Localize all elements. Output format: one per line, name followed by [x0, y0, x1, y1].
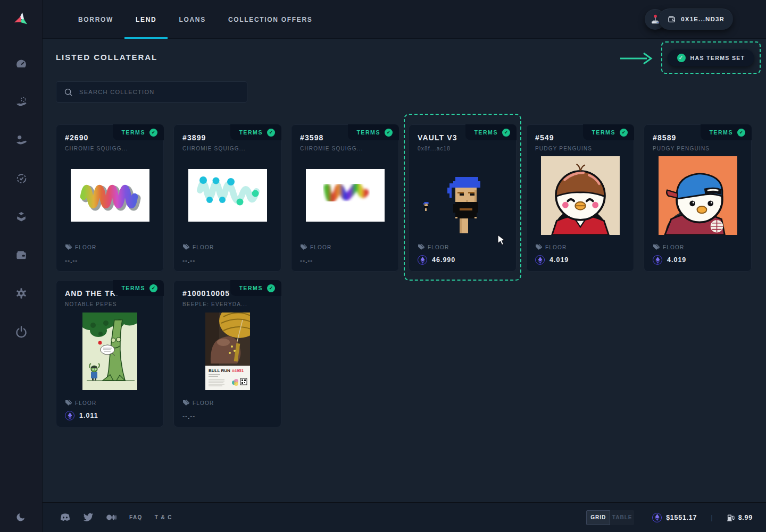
tab-borrow[interactable]: BORROW [67, 0, 124, 39]
floor-value: --.-- [65, 257, 78, 265]
check-icon: ✓ [267, 129, 275, 137]
floor-label: FLOOR [428, 244, 449, 250]
floor-value: --.-- [182, 413, 195, 420]
eth-icon [535, 255, 545, 265]
terms-badge: TERMS ✓ [583, 124, 634, 140]
logo-icon [12, 10, 31, 29]
check-icon: ✓ [502, 129, 510, 137]
check-icon: ✓ [677, 54, 686, 62]
filter-label: HAS TERMS SET [690, 55, 745, 61]
sidebar-item-wallet[interactable] [11, 244, 32, 266]
eth-usd-price: $1551.17 [652, 513, 697, 522]
nft-image [56, 311, 163, 391]
search-bar [56, 81, 247, 103]
wallet-address-button[interactable]: 0X1E...ND3R [659, 9, 733, 30]
search-input[interactable] [79, 89, 239, 95]
terms-and-conditions-link[interactable]: T & C [155, 514, 172, 520]
collateral-card[interactable]: TERMS ✓ #3598 CHROMIE SQUIGG... [291, 124, 399, 272]
discord-link[interactable] [60, 513, 71, 522]
sidebar-item-logout[interactable] [11, 321, 32, 342]
faq-link[interactable]: FAQ [129, 514, 143, 520]
sidebar-item-pending[interactable] [11, 168, 32, 189]
search-icon [64, 88, 73, 97]
medium-icon [106, 513, 117, 522]
terms-badge: TERMS ✓ [701, 124, 752, 140]
terms-badge: TERMS ✓ [230, 280, 281, 296]
eth-icon [418, 255, 427, 265]
nft-collection: PUDGY PENGUINS [535, 146, 625, 151]
nft-image [292, 156, 398, 235]
dark-mode-toggle[interactable] [11, 506, 32, 527]
check-icon: ✓ [385, 129, 393, 137]
tab-lend[interactable]: LEND [124, 0, 168, 39]
art-number-text: #4951 [232, 368, 244, 373]
power-icon [14, 324, 29, 339]
collateral-card-selected[interactable]: TERMS ✓ VAULT V3 0x8f...ac18 [409, 124, 517, 272]
terms-badge: TERMS ✓ [348, 124, 399, 140]
collateral-card[interactable]: TERMS ✓ #100010005 BEEPLE: EVERYDA... [173, 280, 281, 427]
floor-label: FLOOR [193, 400, 214, 406]
sidebar-item-settings[interactable] [11, 283, 32, 304]
tags-icon [182, 244, 189, 251]
sidebar [0, 0, 43, 532]
twitter-link[interactable] [83, 513, 94, 522]
floor-label: FLOOR [193, 244, 214, 250]
terms-badge: TERMS ✓ [113, 280, 164, 296]
has-terms-set-filter-button[interactable]: ✓ HAS TERMS SET [668, 49, 755, 66]
floor-label: FLOOR [663, 244, 684, 250]
tags-icon [300, 244, 307, 251]
nft-image [56, 156, 163, 235]
collateral-card[interactable]: TERMS ✓ AND THE TREE... NOTABLE PEPES [56, 280, 164, 427]
check-icon: ✓ [737, 129, 745, 137]
floor-value: 4.019 [667, 256, 686, 264]
tab-loans[interactable]: LOANS [168, 0, 217, 39]
gas-pump-icon [727, 513, 735, 522]
page-title: LISTED COLLATERAL [56, 53, 157, 62]
wallet-address: 0X1E...ND3R [681, 16, 725, 22]
floor-value: 46.990 [432, 256, 455, 264]
discord-icon [60, 513, 71, 522]
app-logo[interactable] [11, 9, 32, 30]
topbar: BORROW LEND LOANS COLLECTION OFFERS 0X1E… [43, 0, 766, 39]
nft-collection: PUDGY PENGUINS [653, 146, 743, 151]
floor-label: FLOOR [310, 244, 331, 250]
floor-value: 4.019 [549, 256, 569, 264]
annotation-arrow [619, 52, 654, 65]
sidebar-item-borrow[interactable] [11, 130, 32, 151]
tags-icon [653, 244, 660, 251]
sidebar-item-lend[interactable] [11, 91, 32, 113]
art-title-text: BULL RUN [209, 368, 230, 373]
medium-link[interactable] [106, 513, 117, 522]
collateral-card[interactable]: TERMS ✓ #2690 CHROMIE SQUIGG... FLOOR [56, 124, 164, 272]
tab-collection-offers[interactable]: COLLECTION OFFERS [217, 0, 324, 39]
twitter-icon [83, 513, 94, 522]
wallet-outline-icon [667, 15, 676, 24]
footer-divider: | [711, 513, 712, 521]
floor-value: --.-- [300, 257, 313, 265]
sidebar-item-collections[interactable] [11, 206, 32, 227]
collateral-card[interactable]: TERMS ✓ #549 PUDGY PENGUINS [526, 124, 634, 272]
nft-collection: CHROMIE SQUIGG... [182, 146, 272, 151]
nft-image [174, 156, 281, 235]
tags-icon [65, 400, 72, 407]
view-toggle-table[interactable]: TABLE [610, 510, 634, 525]
moon-icon [15, 511, 27, 522]
eth-icon [65, 411, 74, 420]
collateral-grid: TERMS ✓ #2690 CHROMIE SQUIGG... FLOOR [56, 124, 766, 427]
tags-icon [65, 244, 72, 251]
collateral-card[interactable]: TERMS ✓ #8589 PUDGY PENGUINS [644, 124, 752, 272]
nft-image [527, 156, 634, 235]
nft-image [644, 156, 751, 235]
sidebar-item-dashboard[interactable] [11, 53, 32, 74]
check-icon: ✓ [149, 284, 157, 292]
collateral-card[interactable]: TERMS ✓ #3899 CHROMIE SQUIGG... FLOO [173, 124, 281, 272]
check-icon: ✓ [149, 129, 157, 137]
main-content: LISTED COLLATERAL ✓ HAS TERMS SET TERMS … [43, 39, 766, 502]
floor-label: FLOOR [75, 400, 96, 406]
eth-icon [652, 513, 662, 522]
nft-collection: CHROMIE SQUIGG... [300, 146, 390, 151]
gear-icon [14, 286, 28, 300]
hand-user-icon [14, 133, 28, 147]
view-toggle-grid[interactable]: GRID [586, 510, 610, 525]
terms-badge: TERMS ✓ [465, 124, 517, 140]
